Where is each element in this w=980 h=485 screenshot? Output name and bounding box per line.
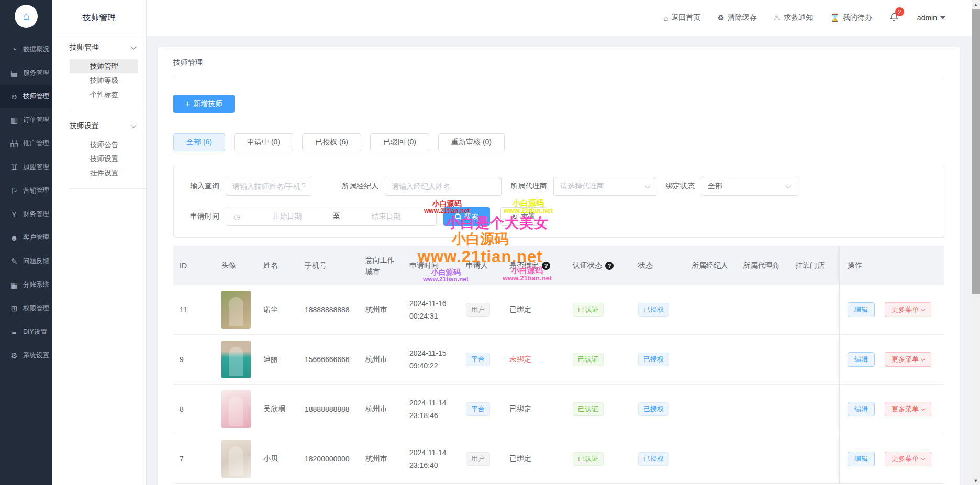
technician-phone: 18888888888: [305, 405, 365, 413]
back-home-link[interactable]: ⌂ 返回首页: [663, 13, 700, 22]
scrollbar-thumb[interactable]: [972, 9, 980, 294]
submenu-group-technician-mgmt[interactable]: 技师管理: [52, 36, 146, 59]
row-id: 9: [173, 355, 221, 364]
sidebar-item-finance[interactable]: ¥财务管理: [0, 202, 52, 226]
submenu-item-technician-level[interactable]: 技师等级: [70, 73, 138, 87]
bind-state-select[interactable]: 全部: [701, 177, 797, 196]
edit-button[interactable]: 编辑: [848, 302, 875, 317]
col-avatar: 头像: [221, 261, 263, 270]
more-menu-button[interactable]: 更多菜单: [885, 452, 931, 466]
agency-select-placeholder: 请选择代理商: [560, 182, 604, 191]
more-menu-button[interactable]: 更多菜单: [885, 302, 931, 317]
add-technician-button[interactable]: + 新增技师: [173, 95, 235, 113]
window-scrollbar[interactable]: ▲ ▼: [972, 0, 980, 485]
sidebar-item-dashboard[interactable]: ◔数据概况: [0, 38, 52, 61]
more-menu-button[interactable]: 更多菜单: [885, 402, 931, 416]
table-header: ID 头像 姓名 手机号 意向工作城市 申请时间 申请人 是否绑定? 认证状态?…: [173, 246, 944, 285]
breadcrumb: 技师管理: [173, 58, 203, 67]
sidebar-item-label: 客户管理: [23, 233, 49, 242]
more-menu-button[interactable]: 更多菜单: [885, 352, 931, 367]
chevron-down-icon: [130, 43, 136, 49]
submenu-item-personal-tags[interactable]: 个性标签: [70, 87, 138, 101]
submenu-item-technician-settings[interactable]: 技师设置: [70, 152, 138, 166]
apply-time-range-picker[interactable]: ◷ 开始日期 至 结束日期: [226, 207, 437, 226]
clear-cache-link[interactable]: ♻ 清除缓存: [717, 13, 756, 22]
notifications-button[interactable]: 2: [889, 12, 900, 24]
technician-avatar[interactable]: [221, 440, 251, 478]
help-icon[interactable]: ?: [605, 262, 614, 270]
keyword-input[interactable]: [226, 177, 311, 196]
sidebar-item-marketing[interactable]: ⚐营销管理: [0, 179, 52, 202]
my-todo-link[interactable]: ⌛ 我的待办: [830, 13, 872, 22]
hourglass-icon: ⌛: [830, 13, 840, 22]
chevron-down-icon: [921, 406, 925, 410]
sidebar-item-services[interactable]: ▤服务管理: [0, 61, 52, 85]
sidebar-item-permissions[interactable]: ⊞权限管理: [0, 297, 52, 320]
sidebar-item-diy[interactable]: ≡DIY设置: [0, 320, 52, 344]
technician-table: ID 头像 姓名 手机号 意向工作城市 申请时间 申请人 是否绑定? 认证状态?…: [173, 246, 944, 484]
technician-avatar[interactable]: [221, 390, 251, 428]
sidebar-item-customers[interactable]: ☻客户管理: [0, 226, 52, 250]
filter-panel: 输入查询 所属经纪人 所属代理商 请选择代理商 绑定状态 全部 申请时间 ◷: [173, 166, 944, 238]
row-id: 8: [173, 405, 221, 413]
partners-icon: ♊: [9, 163, 19, 172]
submenu-item-technician-mgmt[interactable]: 技师管理: [70, 59, 138, 73]
clear-cache-icon: ♻: [717, 13, 724, 22]
scroll-up-arrow[interactable]: ▲: [972, 0, 980, 9]
sidebar-item-label: 推广管理: [23, 139, 49, 148]
technician-phone: 15666666666: [305, 355, 365, 364]
pencil-icon: ✎: [9, 257, 19, 266]
chevron-down-icon: [921, 307, 925, 311]
permissions-icon: ⊞: [9, 304, 19, 313]
technician-city: 杭州市: [365, 454, 409, 464]
gear-icon: ⚙: [9, 351, 19, 360]
col-name: 姓名: [263, 261, 305, 270]
sidebar-item-orders[interactable]: ▥订单管理: [0, 108, 52, 132]
submenu-item-technician-notice[interactable]: 技师公告: [70, 138, 138, 152]
col-apply-time: 申请时间: [409, 261, 466, 270]
scroll-down-arrow[interactable]: ▼: [972, 476, 980, 485]
bound-status: 已绑定: [509, 305, 573, 314]
edit-button[interactable]: 编辑: [848, 352, 875, 367]
technician-avatar[interactable]: [221, 341, 251, 378]
sidebar-item-system[interactable]: ⚙系统设置: [0, 344, 52, 367]
reset-button[interactable]: ↻ 重置: [500, 207, 547, 226]
applicant-tag: 用户: [466, 303, 490, 317]
plus-icon: +: [185, 100, 190, 108]
technician-name: 吴欣桐: [263, 404, 305, 414]
technician-phone: 18200000000: [305, 455, 365, 463]
table-row: 11 诺尘 18888888888 杭州市 2024-11-1600:24:31…: [173, 285, 944, 335]
sidebar-item-label: 技师管理: [23, 92, 49, 101]
search-button[interactable]: 搜索: [443, 207, 490, 226]
technician-city: 杭州市: [365, 404, 409, 414]
technician-city: 杭州市: [365, 355, 409, 364]
sidebar-item-ledger[interactable]: ▦分账系统: [0, 273, 52, 297]
tab-rejected[interactable]: 已驳回 (0): [370, 133, 429, 151]
edit-button[interactable]: 编辑: [848, 402, 875, 416]
tab-recheck[interactable]: 重新审核 (0): [438, 133, 505, 151]
app-logo[interactable]: ⌂: [0, 0, 52, 32]
agent-input[interactable]: [385, 177, 502, 196]
sos-notice-link[interactable]: ♨ 求救通知: [774, 13, 813, 22]
technician-avatar[interactable]: [221, 291, 251, 329]
username: admin: [917, 14, 937, 22]
technician-city: 杭州市: [365, 305, 409, 314]
help-icon[interactable]: ?: [542, 262, 550, 270]
tab-applying[interactable]: 申请中 (0): [234, 133, 293, 151]
sidebar-item-franchise[interactable]: ♊加盟管理: [0, 155, 52, 179]
sidebar-item-promotion[interactable]: 品推广管理: [0, 132, 52, 155]
start-date-placeholder: 开始日期: [244, 212, 330, 221]
user-menu[interactable]: admin: [917, 14, 945, 22]
submenu-group-technician-settings[interactable]: 技师设置: [52, 115, 146, 138]
topbar: ⌂ 返回首页 ♻ 清除缓存 ♨ 求救通知 ⌛ 我的待办 2 admin: [147, 0, 972, 36]
sidebar-item-label: 权限管理: [23, 304, 49, 313]
tab-authorized[interactable]: 已授权 (6): [302, 133, 361, 151]
tab-all[interactable]: 全部 (6): [173, 133, 225, 151]
table-row: 7 小贝 18200000000 杭州市 2024-11-1423:16:40 …: [173, 434, 944, 484]
bound-status: 未绑定: [509, 355, 573, 364]
sidebar-item-feedback[interactable]: ✎问题反馈: [0, 250, 52, 273]
sidebar-item-technicians[interactable]: ☺技师管理: [0, 85, 52, 108]
edit-button[interactable]: 编辑: [848, 452, 875, 466]
agency-select[interactable]: 请选择代理商: [553, 177, 656, 196]
submenu-item-widget-settings[interactable]: 挂件设置: [70, 166, 138, 180]
